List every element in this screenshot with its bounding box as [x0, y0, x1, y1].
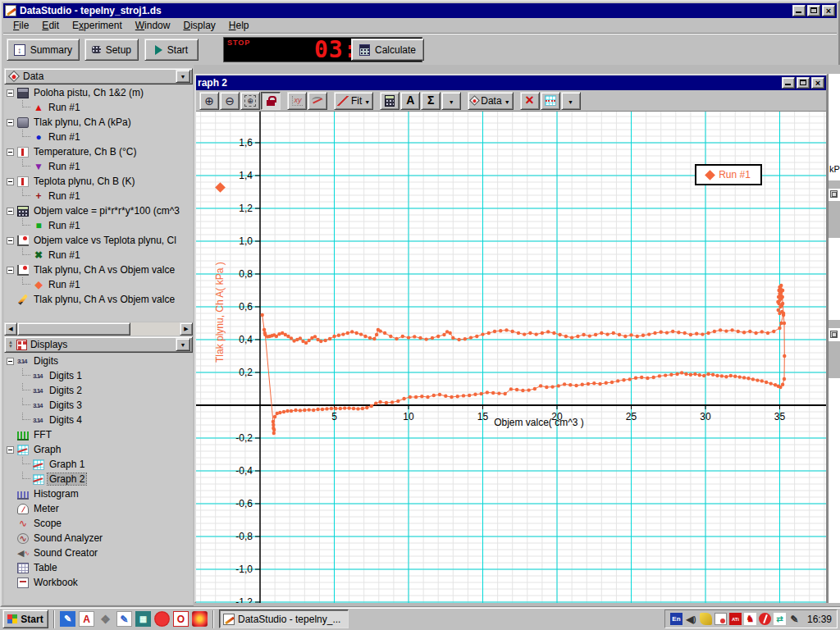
- tree-item-tlak-plynu-ch-a-vs-objem-valce-14[interactable]: Tlak plynu, Ch A vs Objem valce: [4, 292, 193, 307]
- scroll-left-arrow[interactable]: ◀: [4, 322, 17, 336]
- tree-item-tlak-plynu-ch-a-vs-objem-valce-12[interactable]: Tlak plynu, Ch A vs Objem valce: [4, 262, 193, 277]
- tree-expander-icon[interactable]: [7, 178, 14, 185]
- menu-display[interactable]: Display: [176, 18, 221, 33]
- tree-item-temperature-ch-b-c-4[interactable]: Temperature, Ch B (°C): [4, 144, 193, 159]
- scale-to-fit-button[interactable]: [261, 92, 281, 110]
- zoom-select-button[interactable]: [240, 92, 260, 110]
- data-panel-dropdown-button[interactable]: ▼: [176, 70, 190, 83]
- tree-expander-icon[interactable]: [7, 267, 14, 274]
- graph-settings-button[interactable]: [541, 92, 560, 110]
- fit-menu-button[interactable]: Fit: [334, 92, 373, 110]
- scrollbar-thumb[interactable]: [17, 322, 130, 336]
- summary-button[interactable]: ↕ Summary: [7, 39, 80, 61]
- maximize-button[interactable]: [807, 5, 820, 16]
- quick-launch-paint-icon[interactable]: ✎: [116, 611, 132, 627]
- tree-expander-icon[interactable]: [7, 208, 14, 215]
- tray-guard-icon[interactable]: [744, 613, 756, 625]
- tray-scheduler-icon[interactable]: [714, 613, 727, 625]
- tree-item-digits-1-1[interactable]: Digits 1: [4, 368, 193, 383]
- tree-item-histogram-9[interactable]: Histogram: [4, 486, 193, 501]
- graph-minimize-button[interactable]: [782, 77, 795, 89]
- minimize-button[interactable]: [792, 5, 806, 16]
- sort-arrows-icon[interactable]: ▲▼: [8, 340, 13, 349]
- tray-volume-icon[interactable]: [685, 613, 697, 625]
- graph-close-button[interactable]: ×: [811, 77, 824, 89]
- tree-item-run-1-3[interactable]: ●Run #1: [4, 130, 193, 144]
- background-window-sliver[interactable]: kP: [828, 74, 840, 603]
- tree-expander-icon[interactable]: [7, 237, 14, 244]
- slope-tool-button[interactable]: [308, 92, 327, 110]
- quick-launch-calculator-icon[interactable]: ▦: [135, 611, 151, 627]
- quick-launch-dragon-icon[interactable]: [154, 611, 170, 627]
- quick-launch-opera-icon[interactable]: O: [173, 611, 189, 627]
- close-button[interactable]: ×: [822, 5, 835, 16]
- zoom-out-button[interactable]: [220, 92, 240, 110]
- calculator-button[interactable]: [380, 92, 399, 110]
- menu-edit[interactable]: Edit: [35, 18, 66, 33]
- tray-fan-icon[interactable]: [700, 613, 712, 625]
- quick-launch-acrobat-icon[interactable]: A: [79, 611, 94, 627]
- quick-launch-bird-icon[interactable]: ❖: [98, 611, 113, 627]
- datastudio-task-button[interactable]: DataStudio - tepelny_...: [219, 609, 349, 628]
- quick-launch-flame-icon[interactable]: [192, 611, 208, 627]
- tree-item-sound-creator-13[interactable]: Sound Creator: [4, 546, 193, 560]
- text-annotation-button[interactable]: [400, 92, 420, 110]
- tree-expander-icon[interactable]: [7, 358, 14, 365]
- tree-expander-icon[interactable]: [7, 119, 14, 126]
- tree-item-digits-2-2[interactable]: Digits 2: [4, 383, 193, 398]
- smart-cursor-button[interactable]: [287, 92, 307, 110]
- tree-item-run-1-13[interactable]: ◆Run #1: [4, 277, 193, 292]
- displays-panel-dropdown-button[interactable]: ▼: [176, 338, 190, 351]
- tree-expander-icon[interactable]: [7, 89, 14, 97]
- tree-item-tlak-plynu-ch-a-kpa-2[interactable]: Tlak plynu, Ch A (kPa): [4, 115, 193, 130]
- delete-button[interactable]: [520, 92, 540, 110]
- start-button[interactable]: Start: [144, 39, 199, 61]
- tree-item-run-1-1[interactable]: ▲Run #1: [4, 100, 193, 115]
- tray-network-icon[interactable]: [774, 613, 786, 625]
- tree-item-objem-valce-vs-teplota-plynu-cl-10[interactable]: Objem valce vs Teplota plynu, Cl: [4, 233, 193, 248]
- tree-expander-icon[interactable]: [7, 446, 14, 454]
- tree-item-graph-1-7[interactable]: Graph 1: [4, 457, 193, 472]
- menu-experiment[interactable]: Experiment: [66, 18, 129, 33]
- chart-legend[interactable]: Run #1: [695, 164, 762, 185]
- scroll-right-arrow[interactable]: ▶: [180, 322, 193, 336]
- tree-item-run-1-5[interactable]: ▼Run #1: [4, 159, 193, 174]
- statistics-dropdown-button[interactable]: [441, 92, 461, 110]
- statistics-button[interactable]: [421, 92, 441, 110]
- tree-item-table-14[interactable]: Table: [4, 560, 193, 575]
- data-tree-horizontal-scrollbar[interactable]: ◀ ▶: [4, 322, 193, 336]
- data-menu-button[interactable]: Data: [468, 92, 513, 110]
- tree-item-run-1-7[interactable]: +Run #1: [4, 189, 193, 203]
- tray-keyboard-layout-icon[interactable]: En: [670, 613, 682, 625]
- tree-item-digits-4-4[interactable]: Digits 4: [4, 413, 193, 427]
- graph-settings-dropdown-button[interactable]: [561, 92, 581, 110]
- tree-item-digits-0[interactable]: Digits: [4, 354, 193, 368]
- tree-item-objem-valce-pi-r-r-y-100-cm-3-8[interactable]: Objem valce = pi*r*r*y*100 (cm^3: [4, 203, 193, 218]
- calculate-button[interactable]: Calculate: [351, 39, 424, 61]
- tree-item-run-1-9[interactable]: ■Run #1: [4, 218, 193, 233]
- tree-item-scope-11[interactable]: Scope: [4, 516, 193, 531]
- tray-pen-icon[interactable]: [788, 613, 801, 625]
- quick-launch-notepad-icon[interactable]: ✎: [60, 611, 75, 627]
- tree-item-digits-3-3[interactable]: Digits 3: [4, 398, 193, 413]
- tree-item-graph-6[interactable]: Graph: [4, 442, 193, 457]
- graph-maximize-button[interactable]: [797, 77, 810, 89]
- tree-item-workbook-15[interactable]: Workbook: [4, 575, 193, 590]
- tree-item-poloha-pistu-ch-1-2-m-0[interactable]: Poloha pistu, Ch 1&2 (m): [4, 85, 193, 100]
- menu-file[interactable]: File: [7, 18, 35, 33]
- menu-help[interactable]: Help: [222, 18, 256, 33]
- tree-item-graph-2-8[interactable]: Graph 2: [4, 472, 193, 486]
- tree-item-meter-10[interactable]: Meter: [4, 501, 193, 516]
- title-bar[interactable]: DataStudio - tepelny_stroj1.ds ×: [3, 3, 837, 18]
- tray-lightning-icon[interactable]: [759, 613, 771, 625]
- menu-window[interactable]: Window: [129, 18, 177, 33]
- zoom-in-button[interactable]: [199, 92, 219, 110]
- tree-item-sound-analyzer-12[interactable]: Sound Analyzer: [4, 531, 193, 546]
- tree-expander-icon[interactable]: [7, 148, 14, 156]
- tree-item-fft-5[interactable]: FFT: [4, 427, 193, 442]
- graph-window-title-bar[interactable]: raph 2 ×: [196, 75, 826, 90]
- tree-item-teplota-plynu-ch-b-k-6[interactable]: Teplota plynu, Ch B (K): [4, 174, 193, 189]
- start-menu-button[interactable]: Start: [2, 609, 48, 628]
- tree-item-run-1-11[interactable]: ✖Run #1: [4, 248, 193, 262]
- setup-button[interactable]: Setup: [84, 39, 139, 61]
